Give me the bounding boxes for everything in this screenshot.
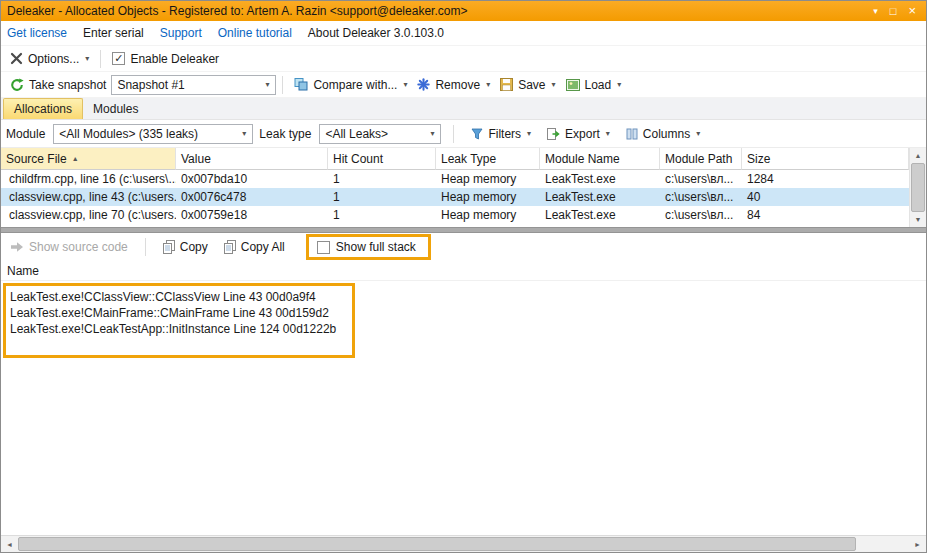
stack-frame[interactable]: LeakTest.exe!CMainFrame::CMainFrame Line…: [10, 305, 336, 321]
column-header-module-path[interactable]: Module Path: [660, 148, 742, 170]
show-full-stack-toggle[interactable]: Show full stack: [317, 240, 416, 254]
snapshot-combobox-value: Snapshot #1: [117, 78, 184, 92]
online-tutorial-link[interactable]: Online tutorial: [218, 26, 292, 40]
chevron-down-icon[interactable]: ▾: [424, 125, 440, 143]
remove-label: Remove: [435, 78, 480, 92]
table-row[interactable]: classview.cpp, line 70 (c:\users... 0x00…: [1, 206, 909, 224]
stack-name-header-label: Name: [7, 264, 39, 278]
filters-button[interactable]: Filters ▾: [466, 125, 536, 143]
title-bar: Deleaker - Allocated Objects - Registere…: [1, 1, 926, 21]
stack-toolbar: Show source code Copy Copy All Show full…: [1, 233, 926, 261]
load-button[interactable]: Load ▾: [561, 76, 627, 94]
column-header-value[interactable]: Value: [176, 148, 328, 170]
stack-frame[interactable]: LeakTest.exe!CLeakTestApp::InitInstance …: [10, 321, 336, 337]
show-full-stack-checkbox[interactable]: [317, 241, 330, 254]
copy-all-button[interactable]: Copy All: [219, 238, 290, 256]
export-button[interactable]: Export ▾: [542, 125, 615, 143]
module-filter-value: <All Modules> (335 leaks): [59, 127, 198, 141]
column-header-leak-type[interactable]: Leak Type: [436, 148, 540, 170]
chevron-down-icon: ▾: [552, 80, 556, 89]
column-header-hit-count[interactable]: Hit Count: [328, 148, 436, 170]
toolbar-separator: [453, 125, 454, 143]
horizontal-scrollbar-track[interactable]: [856, 536, 909, 552]
compare-icon: [294, 78, 308, 91]
stack-name-column-header[interactable]: Name: [1, 261, 926, 281]
vertical-scrollbar[interactable]: ▲ ▼: [909, 148, 926, 227]
cell-leak-type: Heap memory: [436, 208, 540, 222]
leak-type-combobox[interactable]: <All Leaks> ▾: [319, 124, 441, 144]
enable-deleaker-checkbox[interactable]: ✓: [112, 52, 125, 65]
export-label: Export: [565, 127, 600, 141]
cell-module-path: c:\users\вл...: [660, 208, 742, 222]
options-label: Options...: [28, 52, 79, 66]
columns-icon: [626, 128, 638, 140]
table-row[interactable]: childfrm.cpp, line 16 (c:\users\... 0x00…: [1, 170, 909, 188]
horizontal-scrollbar-thumb[interactable]: [18, 537, 856, 551]
cell-leak-type: Heap memory: [436, 172, 540, 186]
toolbar-separator: [145, 238, 146, 256]
scroll-left-icon[interactable]: ◄: [1, 536, 18, 552]
stack-frame[interactable]: LeakTest.exe!CClassView::CClassView Line…: [10, 289, 336, 305]
take-snapshot-button[interactable]: Take snapshot: [5, 76, 111, 94]
show-source-code-button[interactable]: Show source code: [5, 238, 133, 256]
columns-label: Columns: [643, 127, 690, 141]
close-icon[interactable]: ×: [908, 1, 916, 21]
leak-type-filter-label: Leak type: [259, 127, 311, 141]
maximize-icon[interactable]: □: [890, 1, 897, 21]
tab-bar: Allocations Modules: [1, 98, 926, 120]
filter-bar: Module <All Modules> (335 leaks) ▾ Leak …: [1, 120, 926, 147]
snapshot-toolbar: Take snapshot Snapshot #1 ▾ Compare with…: [1, 72, 926, 98]
enable-deleaker-toggle[interactable]: ✓ Enable Deleaker: [107, 50, 224, 68]
options-button[interactable]: Options... ▾: [5, 50, 94, 68]
chevron-down-icon: ▾: [403, 80, 407, 89]
table-row-selected[interactable]: classview.cpp, line 43 (c:\users... 0x00…: [1, 188, 909, 206]
cell-hit-count: 1: [328, 208, 436, 222]
annotation-highlight-stack-frames: LeakTest.exe!CClassView::CClassView Line…: [3, 283, 355, 358]
scroll-up-icon[interactable]: ▲: [910, 148, 926, 163]
save-button[interactable]: Save ▾: [495, 76, 560, 94]
snapshot-combobox[interactable]: Snapshot #1 ▾: [111, 75, 276, 95]
copy-icon: [163, 240, 175, 254]
chevron-down-icon: ▾: [617, 80, 621, 89]
scroll-down-icon[interactable]: ▼: [910, 212, 926, 227]
columns-button[interactable]: Columns ▾: [621, 125, 705, 143]
column-header-size[interactable]: Size: [742, 148, 909, 170]
chevron-down-icon[interactable]: ▾: [259, 76, 275, 94]
toolbar-separator: [282, 76, 283, 94]
module-filter-combobox[interactable]: <All Modules> (335 leaks) ▾: [53, 124, 253, 144]
window-menu-icon[interactable]: ▾: [873, 1, 878, 21]
sort-ascending-icon: ▲: [72, 155, 79, 162]
tab-modules[interactable]: Modules: [83, 99, 148, 119]
take-snapshot-icon: [10, 78, 24, 92]
vertical-scrollbar-thumb[interactable]: [911, 163, 925, 212]
cell-hit-count: 1: [328, 172, 436, 186]
get-license-link[interactable]: Get license: [7, 26, 67, 40]
remove-button[interactable]: Remove ▾: [412, 76, 495, 94]
show-full-stack-label: Show full stack: [336, 240, 416, 254]
cell-value: 0x00759e18: [176, 208, 328, 222]
cell-module-name: LeakTest.exe: [540, 208, 660, 222]
options-toolbar: Options... ▾ ✓ Enable Deleaker: [1, 46, 926, 72]
enter-serial-link[interactable]: Enter serial: [83, 26, 144, 40]
module-filter-label: Module: [6, 127, 45, 141]
compare-with-button[interactable]: Compare with... ▾: [289, 76, 412, 94]
cell-size: 1284: [742, 172, 909, 186]
filters-label: Filters: [488, 127, 521, 141]
annotation-highlight-show-full-stack: Show full stack: [306, 234, 431, 260]
column-header-module-name[interactable]: Module Name: [540, 148, 660, 170]
support-link[interactable]: Support: [160, 26, 202, 40]
copy-all-label: Copy All: [241, 240, 285, 254]
horizontal-scrollbar[interactable]: ◄ ►: [1, 535, 926, 552]
cell-module-name: LeakTest.exe: [540, 172, 660, 186]
toolbar-separator: [100, 50, 101, 68]
export-icon: [547, 128, 560, 140]
filter-funnel-icon: [471, 128, 483, 140]
tab-allocations[interactable]: Allocations: [3, 98, 83, 119]
about-link[interactable]: About Deleaker 3.0.103.0: [308, 26, 444, 40]
copy-button[interactable]: Copy: [158, 238, 213, 256]
column-header-source-file[interactable]: Source File ▲: [1, 148, 176, 170]
chevron-down-icon[interactable]: ▾: [236, 125, 252, 143]
scroll-right-icon[interactable]: ►: [909, 536, 926, 552]
cell-size: 40: [742, 190, 909, 204]
call-stack-panel: LeakTest.exe!CClassView::CClassView Line…: [1, 281, 926, 535]
